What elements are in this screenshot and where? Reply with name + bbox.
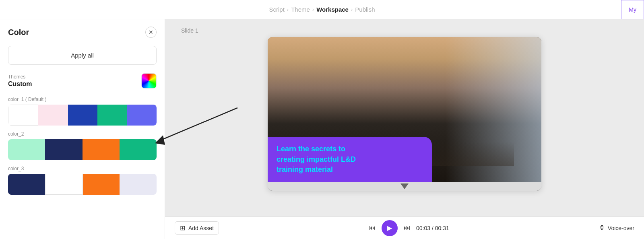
color-group-3-label: color_3 xyxy=(8,166,157,171)
play-button[interactable]: ▶ xyxy=(382,220,398,236)
color-group-2: color_2 xyxy=(8,131,157,160)
close-button[interactable]: ✕ xyxy=(145,27,157,38)
microphone-icon: 🎙 xyxy=(599,225,605,232)
voice-over-label: Voice-over xyxy=(608,225,634,231)
swatch-3-0[interactable] xyxy=(8,174,45,195)
themes-value: Custom xyxy=(8,80,32,88)
chevron-icon-2: › xyxy=(312,6,314,12)
color-groups: color_1 ( Default ) color_2 xyxy=(0,93,165,199)
video-container: Learn the secrets to creating impactful … xyxy=(268,37,541,191)
add-asset-icon: ⊞ xyxy=(180,224,185,232)
color-group-3: color_3 xyxy=(8,166,157,195)
color-swatches-2[interactable] xyxy=(8,139,157,160)
color-swatches-1[interactable] xyxy=(8,105,157,126)
video-overlay-text: Learn the secrets to creating impactful … xyxy=(268,137,432,182)
svg-line-0 xyxy=(161,108,237,140)
video-background: Learn the secrets to creating impactful … xyxy=(268,37,541,182)
video-text-line1: Learn the secrets to xyxy=(277,144,423,154)
video-text-line2: creating impactful L&D xyxy=(277,155,423,165)
nav-right: My xyxy=(621,0,644,19)
timeline-indicator-arrow xyxy=(400,183,409,189)
color-group-1: color_1 ( Default ) xyxy=(8,97,157,126)
skip-back-button[interactable]: ⏮ xyxy=(369,224,376,232)
color-swatches-3[interactable] xyxy=(8,174,157,195)
color-panel-title: Color xyxy=(8,28,29,37)
time-separator: / xyxy=(432,225,435,231)
color-wheel-button[interactable] xyxy=(141,73,157,89)
nav-step-script[interactable]: Script xyxy=(269,6,284,13)
video-placeholder: Learn the secrets to creating impactful … xyxy=(268,37,541,182)
nav-step-workspace[interactable]: Workspace xyxy=(316,6,349,13)
nav-steps: Script › Theme › Workspace › Publish xyxy=(269,6,375,13)
top-nav: Script › Theme › Workspace › Publish My xyxy=(0,0,644,19)
nav-step-theme[interactable]: Theme xyxy=(291,6,310,13)
nav-step-publish[interactable]: Publish xyxy=(355,6,375,13)
time-total: 00:31 xyxy=(435,225,449,231)
time-current: 00:03 xyxy=(416,225,430,231)
swatch-1-1[interactable] xyxy=(38,105,68,126)
chevron-icon-1: › xyxy=(287,6,289,12)
swatch-2-0[interactable] xyxy=(8,139,45,160)
time-display: 00:03 / 00:31 xyxy=(416,225,449,231)
slide-label: Slide 1 xyxy=(181,27,198,34)
swatch-1-4[interactable] xyxy=(127,105,157,126)
swatch-2-2[interactable] xyxy=(83,139,120,160)
swatch-2-3[interactable] xyxy=(120,139,157,160)
add-asset-label: Add Asset xyxy=(188,225,214,231)
swatch-3-3[interactable] xyxy=(120,174,157,195)
color-group-1-label: color_1 ( Default ) xyxy=(8,97,157,102)
main-layout: Color ✕ Apply all Themes Custom color_1 … xyxy=(0,19,644,239)
swatch-3-2[interactable] xyxy=(83,174,120,195)
swatch-3-1[interactable] xyxy=(45,174,83,195)
color-header: Color ✕ xyxy=(0,19,165,42)
swatch-1-0[interactable] xyxy=(8,105,38,126)
playback-controls: ⏮ ▶ ⏭ 00:03 / 00:31 xyxy=(219,220,599,236)
add-asset-button[interactable]: ⊞ Add Asset xyxy=(175,221,219,235)
skip-forward-button[interactable]: ⏭ xyxy=(403,224,411,232)
themes-section: Themes Custom xyxy=(0,69,165,93)
themes-label: Themes xyxy=(8,74,32,80)
chevron-icon-3: › xyxy=(351,6,353,12)
swatch-1-3[interactable] xyxy=(97,105,127,126)
my-button[interactable]: My xyxy=(621,0,644,19)
voice-over-button[interactable]: 🎙 Voice-over xyxy=(599,225,634,232)
swatch-1-2[interactable] xyxy=(68,105,97,126)
right-area: Slide 1 Learn the secrets to xyxy=(165,19,644,239)
color-group-2-label: color_2 xyxy=(8,131,157,137)
apply-all-button[interactable]: Apply all xyxy=(8,46,157,65)
controls-bar: ⊞ Add Asset ⏮ ▶ ⏭ 00:03 / 00:31 🎙 Voice-… xyxy=(165,216,644,239)
left-panel: Color ✕ Apply all Themes Custom color_1 … xyxy=(0,19,165,239)
video-text-line3: training material xyxy=(277,165,423,175)
swatch-2-1[interactable] xyxy=(45,139,82,160)
themes-text: Themes Custom xyxy=(8,74,32,88)
